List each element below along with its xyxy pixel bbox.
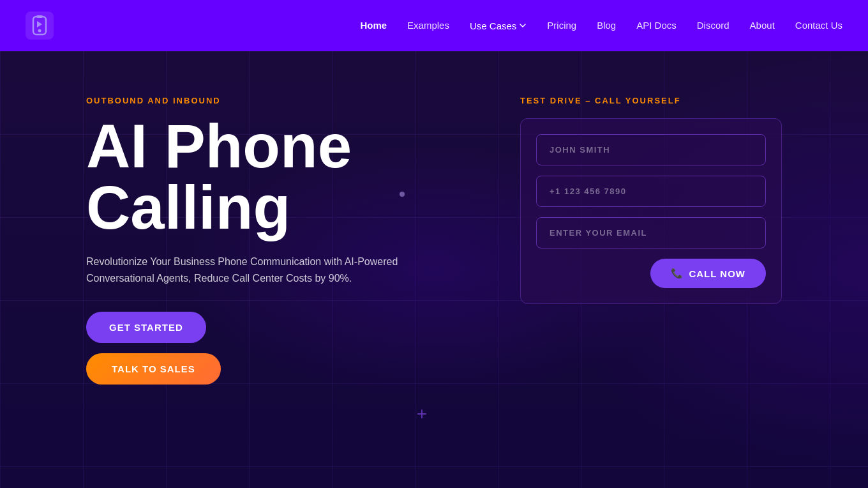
nav-item-blog[interactable]: Blog: [597, 20, 616, 31]
logo[interactable]: [26, 11, 54, 40]
nav-item-pricing[interactable]: Pricing: [547, 20, 576, 31]
hero-buttons: GET STARTED TALK TO SALES: [86, 312, 482, 385]
nav-item-home[interactable]: Home: [360, 20, 387, 31]
nav-item-examples[interactable]: Examples: [407, 20, 449, 31]
nav-item-about[interactable]: About: [750, 20, 775, 31]
hero-content: OUTBOUND AND INBOUND AI Phone Calling Re…: [0, 51, 868, 488]
navbar: Home Examples Use Cases Pricing Blog API…: [0, 0, 868, 51]
hero-title: AI Phone Calling: [86, 116, 482, 238]
hero-subtitle: Revolutionize Your Business Phone Commun…: [86, 254, 418, 286]
svg-point-3: [38, 29, 41, 33]
nav-item-contact-us[interactable]: Contact Us: [795, 20, 842, 31]
name-input[interactable]: [536, 134, 766, 165]
hero-eyebrow: OUTBOUND AND INBOUND: [86, 96, 482, 105]
nav-item-use-cases[interactable]: Use Cases: [470, 20, 527, 31]
phone-input[interactable]: [536, 176, 766, 207]
logo-icon: [26, 11, 54, 40]
svg-rect-2: [36, 15, 43, 18]
form-title: TEST DRIVE – CALL YOURSELF: [520, 96, 782, 105]
call-now-button[interactable]: 📞 CALL NOW: [650, 259, 766, 288]
nav-links: Home Examples Use Cases Pricing Blog API…: [360, 20, 842, 31]
nav-item-discord[interactable]: Discord: [697, 20, 730, 31]
get-started-button[interactable]: GET STARTED: [86, 312, 206, 343]
email-input[interactable]: [536, 217, 766, 248]
hero-title-line2: Calling: [86, 173, 290, 241]
hero-left-panel: OUTBOUND AND INBOUND AI Phone Calling Re…: [86, 89, 482, 385]
phone-icon: 📞: [671, 268, 684, 279]
call-now-label: CALL NOW: [689, 268, 745, 279]
chevron-down-icon: [519, 22, 527, 29]
test-drive-form: 📞 CALL NOW: [520, 118, 782, 304]
talk-to-sales-button[interactable]: TALK TO SALES: [86, 353, 221, 385]
hero-right-panel: TEST DRIVE – CALL YOURSELF 📞 CALL NOW: [520, 89, 782, 304]
hero-title-line1: AI Phone: [86, 112, 352, 180]
hero-section: + OUTBOUND AND INBOUND AI Phone Calling …: [0, 51, 868, 488]
nav-item-api-docs[interactable]: API Docs: [636, 20, 677, 31]
